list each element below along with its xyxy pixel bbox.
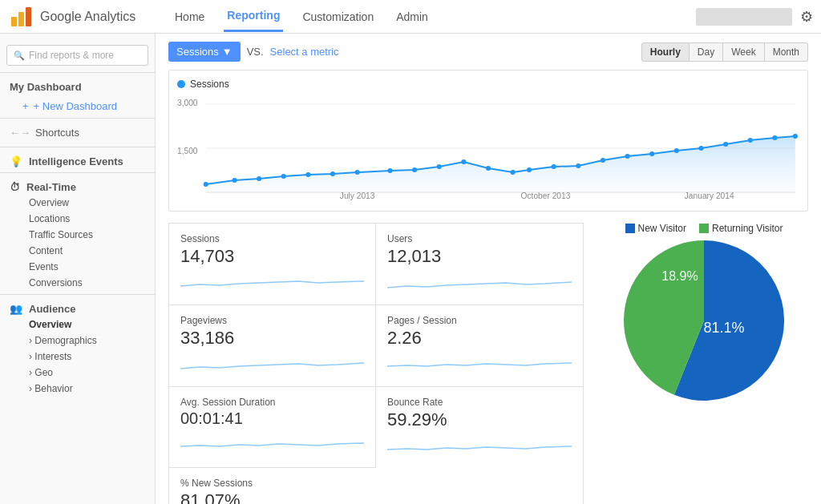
svg-marker-11 <box>206 136 795 192</box>
main-content: Sessions ▼ VS. Select a metric Hourly Da… <box>156 34 821 504</box>
sessions-legend-dot <box>177 80 185 88</box>
sidebar-rt-content[interactable]: Content <box>0 243 155 259</box>
real-time-label: Real-Time <box>26 181 76 193</box>
time-month[interactable]: Month <box>765 42 808 62</box>
sidebar-rt-events[interactable]: Events <box>0 259 155 275</box>
svg-point-35 <box>772 135 777 140</box>
stat-bounce-rate-label: Bounce Rate <box>387 397 572 408</box>
time-day[interactable]: Day <box>690 42 723 62</box>
sidebar-aud-geo[interactable]: › Geo <box>0 365 155 381</box>
svg-point-30 <box>649 151 654 156</box>
sparkline-users <box>387 270 572 292</box>
svg-text:81.1%: 81.1% <box>703 320 744 336</box>
svg-point-15 <box>281 174 286 179</box>
sidebar-rt-overview[interactable]: Overview <box>0 195 155 211</box>
new-dashboard-label: + New Dashboard <box>34 100 117 112</box>
sidebar-real-time[interactable]: ⏱ Real-Time <box>0 176 155 195</box>
returning-visitor-color <box>699 224 709 233</box>
main-nav: Home Reporting Customization Admin <box>164 1 696 32</box>
sidebar-new-dashboard[interactable]: + + New Dashboard <box>0 98 155 115</box>
search-box[interactable]: 🔍 Find reports & more <box>6 45 148 66</box>
stat-sessions: Sessions 14,703 <box>169 224 376 305</box>
svg-point-12 <box>204 182 208 187</box>
svg-text:October 2013: October 2013 <box>521 192 571 200</box>
shortcuts-arrow-icon: ←→ <box>10 127 30 139</box>
svg-point-14 <box>257 176 261 181</box>
legend-new-visitor: New Visitor <box>625 223 686 234</box>
sidebar-aud-interests[interactable]: › Interests <box>0 349 155 365</box>
shortcuts-label: Shortcuts <box>35 127 79 139</box>
real-time-icon: ⏱ <box>10 181 20 193</box>
settings-icon[interactable]: ⚙ <box>800 8 813 26</box>
svg-point-16 <box>305 172 310 177</box>
logo-area: Google Analytics <box>8 4 164 30</box>
divider-4 <box>0 172 155 173</box>
intelligence-events-icon: 💡 <box>10 155 22 167</box>
sidebar-shortcuts[interactable]: ←→ Shortcuts <box>0 122 155 143</box>
time-hourly[interactable]: Hourly <box>641 42 690 62</box>
svg-text:3,000: 3,000 <box>177 99 198 107</box>
svg-point-34 <box>748 138 753 143</box>
audience-icon: 👥 <box>10 303 22 315</box>
sparkline-pages-session <box>387 352 572 374</box>
sidebar-rt-locations[interactable]: Locations <box>0 211 155 227</box>
select-metric-link[interactable]: Select a metric <box>270 46 339 58</box>
sparkline-bounce-rate <box>387 433 572 456</box>
vs-label: VS. <box>247 46 264 58</box>
svg-point-31 <box>674 148 679 153</box>
main-layout: 🔍 Find reports & more My Dashboard + + N… <box>0 34 821 504</box>
sidebar-aud-behavior[interactable]: › Behavior <box>0 381 155 397</box>
sidebar-intelligence-events[interactable]: 💡 Intelligence Events <box>0 151 155 169</box>
svg-text:January 2014: January 2014 <box>685 192 734 200</box>
sidebar-aud-overview[interactable]: Overview <box>0 317 155 333</box>
stat-pages-session-label: Pages / Session <box>387 315 572 326</box>
svg-point-33 <box>723 142 728 147</box>
time-week[interactable]: Week <box>723 42 764 62</box>
logo-text: Google Analytics <box>40 10 135 24</box>
nav-reporting[interactable]: Reporting <box>224 1 283 32</box>
stat-pages-session-value: 2.26 <box>387 328 572 349</box>
divider-2 <box>0 118 155 119</box>
svg-point-19 <box>387 168 392 173</box>
svg-point-25 <box>527 167 532 172</box>
svg-point-13 <box>232 178 237 183</box>
svg-point-26 <box>552 164 556 169</box>
divider-5 <box>0 294 155 295</box>
stat-avg-duration-label: Avg. Session Duration <box>180 397 364 408</box>
svg-point-36 <box>793 134 798 139</box>
plus-icon: + <box>22 100 29 112</box>
sessions-dropdown[interactable]: Sessions ▼ <box>168 42 241 62</box>
content-inner: Sessions ▼ VS. Select a metric Hourly Da… <box>156 34 821 504</box>
sidebar-rt-conversions[interactable]: Conversions <box>0 275 155 291</box>
sparkline-avg-duration <box>180 431 364 454</box>
intelligence-events-label: Intelligence Events <box>29 155 123 167</box>
sidebar-my-dashboard[interactable]: My Dashboard <box>0 76 155 98</box>
svg-rect-2 <box>26 7 31 26</box>
stat-new-sessions: % New Sessions 81.07% <box>169 468 583 504</box>
sidebar-rt-traffic[interactable]: Traffic Sources <box>0 227 155 243</box>
svg-point-22 <box>461 159 466 164</box>
line-chart-area: Sessions 3,000 1,500 July 2013 October 2… <box>168 70 808 212</box>
pie-container: 81.1% 18.9% <box>600 240 808 401</box>
nav-customization[interactable]: Customization <box>299 2 377 31</box>
stat-pageviews-value: 33,186 <box>180 328 364 349</box>
stat-new-sessions-value: 81.07% <box>180 490 572 504</box>
returning-visitor-label: Returning Visitor <box>712 223 783 234</box>
svg-rect-0 <box>11 17 17 26</box>
search-placeholder: Find reports & more <box>29 50 114 61</box>
sidebar-audience[interactable]: 👥 Audience <box>0 298 155 317</box>
sidebar-aud-demographics[interactable]: › Demographics <box>0 333 155 349</box>
nav-admin[interactable]: Admin <box>393 2 431 31</box>
sparkline-pageviews <box>180 352 364 374</box>
search-icon: 🔍 <box>14 50 25 61</box>
sessions-legend-label: Sessions <box>190 79 229 90</box>
nav-home[interactable]: Home <box>172 2 208 31</box>
time-range-buttons: Hourly Day Week Month <box>641 42 808 62</box>
chart-toolbar: Sessions ▼ VS. Select a metric Hourly Da… <box>168 42 808 62</box>
stat-pageviews: Pageviews 33,186 <box>169 305 376 387</box>
stat-sessions-label: Sessions <box>180 233 364 244</box>
nav-right: ⚙ <box>696 8 813 26</box>
new-visitor-color <box>625 224 635 233</box>
stat-new-sessions-label: % New Sessions <box>180 478 572 489</box>
stats-and-pie: Sessions 14,703 Users 12,013 <box>168 223 808 504</box>
